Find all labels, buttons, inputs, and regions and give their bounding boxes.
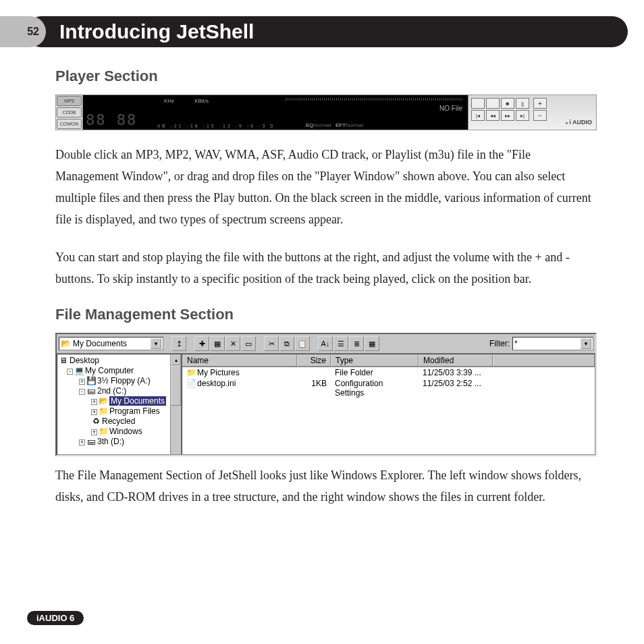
tree-label: Program Files (109, 406, 160, 416)
copy-button[interactable]: ⧉ (279, 336, 294, 351)
file-management-window: 📂 My Documents ▼ ↥ ✚ ▦ ✕ ▭ ✂ ⧉ 📋 A↓ (55, 333, 597, 456)
view-detail-button[interactable]: ≣ (349, 336, 364, 351)
node-icon: 📁 (99, 427, 108, 437)
tree-node[interactable]: +📁Program Files (59, 406, 181, 417)
player-description-2: You can start and stop playing the file … (55, 246, 597, 290)
tree-node[interactable]: -🖴2nd (C:) (59, 386, 181, 396)
volume-down-button[interactable]: − (533, 110, 547, 121)
node-icon: 💻 (74, 366, 84, 376)
filter-label: Filter: (489, 339, 510, 348)
source-cddb-button[interactable]: CDDB (57, 107, 82, 117)
node-icon: 🖴 (86, 437, 96, 447)
file-list[interactable]: Name Size Type Modified 📁My PicturesFile… (182, 354, 595, 455)
node-icon: 💾 (86, 376, 96, 386)
expand-icon[interactable]: + (91, 429, 97, 435)
file-modified: 11/25/03 3:39 ... (419, 367, 493, 378)
tree-label: 2nd (C:) (97, 386, 126, 396)
tree-node[interactable]: +🖴3th (D:) (59, 437, 181, 447)
tree-label: Recycled (102, 417, 135, 426)
expand-icon[interactable]: + (79, 439, 85, 446)
new-folder-button[interactable]: ▭ (241, 336, 256, 351)
expand-icon[interactable]: + (91, 409, 97, 415)
file-row[interactable]: 📁My PicturesFile Folder11/25/03 3:39 ... (182, 367, 595, 378)
col-type[interactable]: Type (331, 354, 419, 367)
properties-button[interactable]: ▦ (210, 336, 225, 351)
spacer-button[interactable] (486, 98, 500, 109)
player-section-heading: Player Section (55, 68, 597, 85)
path-combo[interactable]: 📂 My Documents ▼ (59, 337, 163, 350)
tree-label: My Documents (109, 396, 166, 406)
view-icons-button[interactable]: ▦ (365, 336, 379, 351)
node-icon: ♻ (91, 417, 101, 427)
file-status: NO File (439, 105, 462, 112)
expand-icon[interactable]: - (79, 389, 85, 395)
tree-node[interactable]: ♻Recycled (59, 417, 181, 427)
tree-node[interactable]: +💾3½ Floppy (A:) (59, 376, 181, 386)
folder-icon: 📂 (61, 339, 71, 348)
expand-icon[interactable]: + (91, 399, 97, 405)
rewind-button[interactable]: ◂◂ (486, 110, 500, 121)
filter-combo[interactable]: * ▼ (512, 337, 593, 350)
next-track-button[interactable]: ▸| (516, 110, 529, 121)
eq-eft-labels: EQNormal EFTNormal (306, 122, 363, 128)
col-size[interactable]: Size (297, 354, 331, 367)
tree-node[interactable]: +📁Windows (59, 427, 181, 437)
page-number-badge: 52 (0, 16, 46, 47)
expand-icon[interactable]: - (67, 369, 73, 375)
tree-label: 3½ Floppy (A:) (97, 376, 151, 385)
new-button[interactable]: ✚ (194, 336, 209, 351)
view-list-button[interactable]: ☰ (333, 336, 348, 351)
col-modified[interactable]: Modified (419, 354, 493, 367)
file-toolbar: 📂 My Documents ▼ ↥ ✚ ▦ ✕ ▭ ✂ ⧉ 📋 A↓ (57, 334, 595, 354)
tree-scrollbar[interactable]: ▴ (170, 354, 181, 454)
up-folder-button[interactable]: ↥ (171, 336, 186, 351)
folder-tree[interactable]: 🖥Desktop-💻My Computer+💾3½ Floppy (A:)-🖴2… (57, 354, 182, 455)
tree-label: Windows (109, 427, 142, 436)
tree-label: 3th (D:) (97, 437, 124, 446)
player-display[interactable]: 88 88 KHzKBit/s NO File dB -21 -18 -15 -… (83, 95, 468, 130)
source-mp3-button[interactable]: MP3 (57, 96, 82, 106)
node-icon: 🖴 (86, 386, 96, 396)
col-name[interactable]: Name (182, 354, 297, 367)
page-title: Introducing JetShell (26, 16, 628, 47)
node-icon: 🖥 (59, 356, 68, 366)
scroll-thumb[interactable] (171, 365, 181, 406)
tree-node[interactable]: 🖥Desktop (59, 356, 181, 366)
node-icon: 📁 (99, 406, 108, 417)
fast-forward-button[interactable]: ▸▸ (501, 110, 514, 121)
scroll-up-button[interactable]: ▴ (171, 354, 181, 365)
file-icon: 📄 (186, 379, 196, 388)
position-bar[interactable] (286, 98, 462, 101)
stop-button[interactable]: ■ (501, 98, 514, 109)
path-dropdown-button[interactable]: ▼ (151, 338, 161, 349)
file-management-description: The File Management Section of JetShell … (55, 464, 597, 508)
pause-button[interactable]: || (516, 98, 529, 109)
play-button[interactable] (471, 98, 485, 109)
tree-node[interactable]: -💻My Computer (59, 366, 181, 376)
file-icon: 📁 (186, 368, 196, 377)
file-type: Configuration Settings (331, 378, 419, 398)
bitrate-labels: KHzKBit/s (164, 98, 209, 104)
file-type: File Folder (331, 367, 419, 378)
player-window: MP3 CDDB COWON 88 88 KHzKBit/s NO File d… (55, 95, 597, 130)
expand-icon[interactable]: + (79, 379, 85, 385)
file-size (297, 367, 331, 378)
filter-dropdown-button[interactable]: ▼ (581, 338, 591, 349)
player-source-buttons: MP3 CDDB COWON (56, 95, 83, 130)
volume-up-button[interactable]: + (533, 98, 547, 109)
time-digits: 88 88 (83, 110, 141, 130)
tree-node[interactable]: +📂My Documents (59, 396, 181, 406)
paste-button[interactable]: 📋 (295, 336, 310, 351)
file-list-header: Name Size Type Modified (182, 354, 595, 367)
file-size: 1KB (297, 378, 331, 398)
file-modified: 11/25/03 2:52 ... (419, 378, 493, 398)
path-combo-text: My Documents (73, 339, 149, 348)
delete-button[interactable]: ✕ (225, 336, 240, 351)
cut-button[interactable]: ✂ (264, 336, 279, 351)
prev-track-button[interactable]: |◂ (471, 110, 485, 121)
sort-button[interactable]: A↓ (318, 336, 333, 351)
tree-label: My Computer (85, 366, 134, 375)
file-name: My Pictures (197, 368, 240, 377)
player-description-1: Double click an MP3, MP2, WAV, WMA, ASF,… (55, 144, 597, 230)
file-row[interactable]: 📄desktop.ini1KBConfiguration Settings11/… (182, 378, 595, 398)
